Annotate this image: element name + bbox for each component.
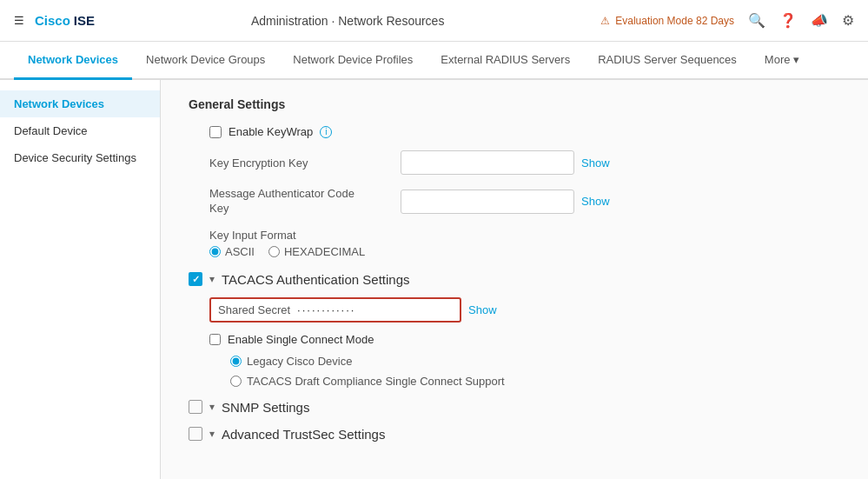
- tacacs-chevron-icon[interactable]: ▾: [209, 273, 215, 285]
- enable-keywrap-checkbox[interactable]: [209, 126, 222, 138]
- layout: Network Devices Default Device Device Se…: [0, 80, 868, 479]
- radio-ascii-label: ASCII: [225, 245, 255, 258]
- key-encryption-key-row: Key Encryption Key Show: [189, 150, 840, 175]
- main-content: General Settings Enable KeyWrap i Key En…: [161, 80, 868, 479]
- snmp-section: ▾ SNMP Settings: [189, 400, 840, 415]
- shared-secret-row: Shared Secret ············ Show: [189, 297, 840, 323]
- sidebar: Network Devices Default Device Device Se…: [0, 80, 161, 479]
- message-auth-key-show[interactable]: Show: [581, 195, 610, 208]
- snmp-checkbox[interactable]: [189, 400, 202, 414]
- connect-options-group: Legacy Cisco Device TACACS Draft Complia…: [189, 355, 840, 388]
- search-icon[interactable]: 🔍: [748, 12, 765, 29]
- shared-secret-label: Shared Secret: [211, 299, 297, 321]
- shared-secret-show[interactable]: Show: [468, 303, 497, 316]
- info-icon[interactable]: i: [320, 126, 332, 138]
- tab-external-radius-servers[interactable]: External RADIUS Servers: [427, 42, 584, 80]
- more-label: More: [765, 53, 791, 66]
- radio-legacy-cisco-label: Legacy Cisco Device: [247, 355, 352, 368]
- radio-tacacs-draft[interactable]: TACACS Draft Compliance Single Connect S…: [230, 375, 840, 388]
- key-encryption-key-input[interactable]: [401, 150, 574, 175]
- nav-icons: 🔍 ❓ 📣 ⚙: [748, 12, 854, 29]
- message-auth-key-input[interactable]: [401, 190, 574, 214]
- logo: Cisco ISE: [35, 13, 95, 28]
- advanced-checkbox[interactable]: [189, 427, 202, 441]
- radio-legacy-cisco[interactable]: Legacy Cisco Device: [230, 355, 840, 368]
- sidebar-item-default-device[interactable]: Default Device: [0, 117, 160, 144]
- tab-network-device-profiles[interactable]: Network Device Profiles: [279, 42, 427, 80]
- radio-hexadecimal-input[interactable]: [268, 246, 280, 257]
- shared-secret-input-wrapper: Shared Secret ············: [209, 297, 461, 323]
- eval-badge: ⚠ Evaluation Mode 82 Days: [600, 15, 734, 27]
- shared-secret-dots: ············: [297, 303, 362, 316]
- advanced-section: ▾ Advanced TrustSec Settings: [189, 427, 840, 442]
- key-input-format-label: Key Input Format: [189, 229, 840, 242]
- key-encryption-key-label: Key Encryption Key: [209, 156, 401, 170]
- sidebar-item-network-devices[interactable]: Network Devices: [0, 90, 160, 117]
- tab-network-device-groups[interactable]: Network Device Groups: [132, 42, 279, 80]
- radio-ascii[interactable]: ASCII: [209, 245, 255, 258]
- tacacs-checkbox[interactable]: [189, 272, 202, 286]
- tacacs-section: ▾ TACACS Authentication Settings Shared …: [189, 272, 840, 388]
- snmp-section-label: SNMP Settings: [222, 400, 309, 415]
- enable-single-connect-row: Enable Single Connect Mode: [189, 333, 840, 346]
- tab-network-devices[interactable]: Network Devices: [14, 42, 132, 80]
- enable-single-connect-checkbox[interactable]: [209, 334, 221, 345]
- notifications-icon[interactable]: 📣: [811, 12, 828, 29]
- tacacs-header: ▾ TACACS Authentication Settings: [189, 272, 840, 287]
- message-auth-key-row: Message Authenticator Code Key Show: [189, 187, 840, 216]
- tab-radius-server-sequences[interactable]: RADIUS Server Sequences: [584, 42, 751, 80]
- eval-text: Evaluation Mode 82 Days: [615, 15, 734, 27]
- logo-ise: ISE: [74, 13, 95, 28]
- radio-legacy-cisco-input[interactable]: [230, 356, 242, 367]
- enable-keywrap-label: Enable KeyWrap: [229, 125, 313, 138]
- advanced-chevron-icon[interactable]: ▾: [209, 428, 215, 440]
- sub-nav: Network Devices Network Device Groups Ne…: [0, 42, 868, 80]
- radio-hexadecimal[interactable]: HEXADECIMAL: [268, 245, 365, 258]
- enable-keywrap-row: Enable KeyWrap i: [189, 125, 840, 138]
- tacacs-section-label: TACACS Authentication Settings: [222, 272, 410, 287]
- tab-more[interactable]: More ▾: [751, 42, 814, 80]
- key-input-format-row: ASCII HEXADECIMAL: [189, 245, 840, 258]
- chevron-down-icon: ▾: [793, 53, 799, 66]
- radio-tacacs-draft-input[interactable]: [230, 376, 242, 387]
- help-icon[interactable]: ❓: [779, 12, 797, 29]
- message-auth-key-label: Message Authenticator Code Key: [209, 187, 401, 216]
- advanced-section-label: Advanced TrustSec Settings: [222, 427, 385, 442]
- page-title: Administration · Network Resources: [95, 14, 600, 28]
- general-settings-title: General Settings: [189, 97, 840, 111]
- enable-single-connect-label: Enable Single Connect Mode: [228, 333, 374, 346]
- radio-ascii-input[interactable]: [209, 246, 221, 257]
- settings-icon[interactable]: ⚙: [842, 12, 854, 29]
- sidebar-item-device-security-settings[interactable]: Device Security Settings: [0, 144, 160, 171]
- hamburger-icon[interactable]: ☰: [14, 14, 24, 27]
- radio-hexadecimal-label: HEXADECIMAL: [284, 245, 365, 258]
- snmp-chevron-icon[interactable]: ▾: [209, 401, 215, 413]
- key-encryption-key-show[interactable]: Show: [581, 156, 610, 170]
- radio-tacacs-draft-label: TACACS Draft Compliance Single Connect S…: [247, 375, 505, 388]
- logo-cisco: Cisco: [35, 13, 70, 28]
- warning-icon: ⚠: [600, 15, 610, 27]
- top-nav: ☰ Cisco ISE Administration · Network Res…: [0, 0, 868, 42]
